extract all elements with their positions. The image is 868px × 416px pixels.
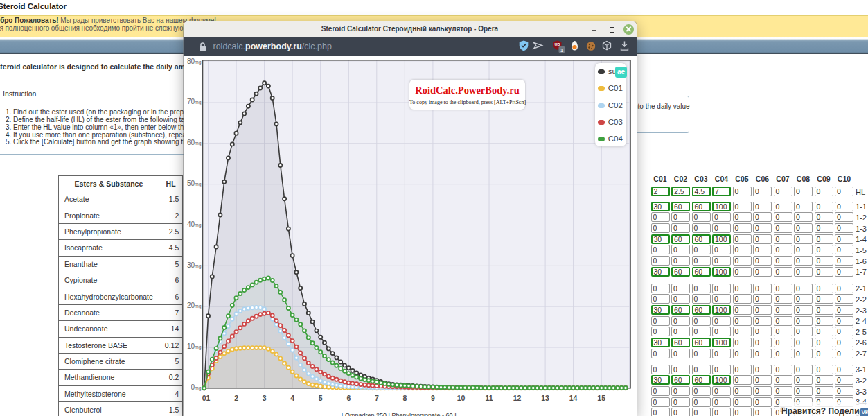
svg-text:12: 12	[513, 393, 521, 401]
svg-text:9: 9	[430, 393, 434, 401]
svg-text:mg: mg	[195, 222, 202, 227]
svg-text:01: 01	[202, 393, 210, 401]
svg-text:8: 8	[402, 393, 407, 401]
svg-text:10: 10	[457, 393, 465, 401]
svg-text:60: 60	[186, 139, 195, 146]
svg-text:5: 5	[318, 393, 322, 401]
svg-text:mg: mg	[195, 263, 202, 268]
svg-text:mg: mg	[195, 385, 202, 391]
svg-text:1: 1	[560, 46, 564, 53]
svg-text:3: 3	[262, 393, 266, 401]
svg-text:7: 7	[374, 393, 378, 401]
svg-text:40: 40	[186, 220, 195, 227]
svg-text:14: 14	[569, 393, 577, 401]
svg-text:mg: mg	[195, 59, 202, 64]
svg-text:mg: mg	[195, 182, 202, 187]
svg-text:50: 50	[186, 180, 195, 187]
svg-text:4: 4	[290, 393, 294, 401]
svg-text:15: 15	[597, 393, 605, 401]
svg-text:80: 80	[186, 57, 195, 64]
svg-text:mg: mg	[195, 141, 202, 146]
svg-text:2: 2	[234, 393, 238, 401]
svg-text:mg: mg	[195, 100, 202, 105]
svg-text:mg: mg	[195, 304, 202, 309]
svg-text:13: 13	[541, 393, 549, 401]
svg-text:20: 20	[186, 302, 195, 309]
svg-text:11: 11	[485, 393, 493, 401]
svg-text:10: 10	[186, 343, 195, 350]
svg-text:mg: mg	[195, 345, 202, 350]
svg-text:30: 30	[186, 261, 195, 268]
svg-text:6: 6	[346, 393, 351, 401]
svg-text:UD: UD	[555, 42, 560, 46]
svg-text:70: 70	[186, 98, 195, 105]
